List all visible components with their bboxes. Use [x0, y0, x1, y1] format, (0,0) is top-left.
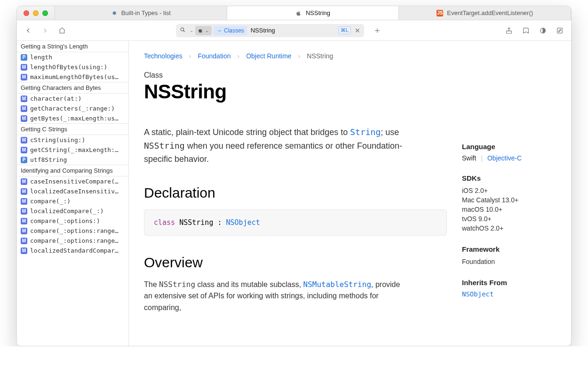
tab-label: EventTarget.addEventListener() [447, 9, 533, 16]
nsmutablestring-link[interactable]: NSMutableString [303, 280, 372, 289]
sidebar-item[interactable]: MgetBytes(_:maxLength:us… [17, 113, 128, 123]
method-badge-icon: M [21, 238, 27, 244]
close-window-button[interactable] [24, 10, 29, 16]
app-window: ⊕ Built-in Types - list NSString JS Even… [16, 6, 572, 346]
sidebar-item-label: getCharacters(_:range:) [30, 105, 115, 112]
language-switcher: Swift | Objective-C [462, 154, 556, 162]
platform-pill[interactable]: ⌄ [195, 26, 212, 35]
aside-sdks-heading: SDKs [462, 174, 556, 182]
declaration-codeblock: class NSString : NSObject [144, 209, 447, 236]
sidebar-item[interactable]: Mcharacter(at:) [17, 94, 128, 104]
edit-button[interactable] [553, 24, 566, 37]
crumb-object-runtime[interactable]: Object Runtime [246, 52, 291, 60]
sidebar-item[interactable]: Mcompare(_:) [17, 196, 128, 206]
bookmarks-button[interactable] [519, 24, 532, 37]
inherits-nsobject-link[interactable]: NSObject [462, 290, 493, 298]
sdk-item: iOS 2.0+ [462, 186, 556, 195]
sidebar-item[interactable]: McString(using:) [17, 135, 128, 145]
back-button[interactable] [22, 24, 35, 37]
nsobject-link[interactable]: NSObject [226, 218, 260, 227]
urlbar-shortcut: ⌘L [338, 26, 351, 34]
property-badge-icon: P [21, 157, 27, 163]
urlbar-title: NSString [249, 27, 275, 34]
tab-python[interactable]: ⊕ Built-in Types - list [55, 6, 227, 20]
sidebar-item[interactable]: MlocalizedStandardCompar… [17, 246, 128, 255]
sidebar-section-title: Getting Characters and Bytes [17, 82, 128, 94]
sidebar-item[interactable]: MmaximumLengthOfBytes(us… [17, 72, 128, 82]
apple-icon [295, 10, 302, 16]
aside-language-heading: Language [462, 143, 556, 151]
eyebrow-label: Class [144, 71, 447, 80]
sidebar-item[interactable]: Putf8String [17, 155, 128, 165]
sidebar-item-label: localizedCaseInsensitiv… [30, 188, 119, 195]
overview-paragraph: The NSString class and its mutable subcl… [144, 279, 407, 314]
titlebar: ⊕ Built-in Types - list NSString JS Even… [17, 6, 571, 20]
svg-point-0 [181, 28, 184, 31]
sdks-list: iOS 2.0+Mac Catalyst 13.0+macOS 10.0+tvO… [462, 186, 556, 233]
chevron-right-icon: › [237, 52, 239, 60]
sidebar-item-label: getCString(_:maxLength:… [30, 146, 119, 153]
classes-pill[interactable]: → Classes [214, 26, 247, 35]
pill-label: Classes [224, 27, 244, 34]
sidebar-section-title: Getting a String's Length [17, 41, 128, 52]
method-badge-icon: M [21, 96, 27, 102]
svg-line-1 [183, 30, 185, 32]
sidebar-item[interactable]: MgetCString(_:maxLength:… [17, 145, 128, 155]
sidebar-item-label: compare(_:options:range… [30, 237, 119, 244]
crumb-technologies[interactable]: Technologies [144, 52, 183, 60]
sidebar-item-label: caseInsensitiveCompare(… [30, 178, 119, 185]
tab-label: NSString [306, 9, 330, 16]
method-badge-icon: M [21, 247, 27, 254]
aside-framework-heading: Framework [462, 245, 556, 253]
sidebar-item-label: compare(_:options:range… [30, 227, 119, 234]
sidebar-item-label: cString(using:) [30, 136, 85, 144]
sidebar-item[interactable]: Mcompare(_:options:range… [17, 226, 128, 236]
tab-mdn[interactable]: JS EventTarget.addEventListener() [399, 6, 571, 20]
home-button[interactable] [56, 24, 69, 37]
crumb-current: NSString [307, 52, 333, 60]
zoom-window-button[interactable] [42, 10, 48, 16]
sidebar-item[interactable]: MlocalizedCompare(_:) [17, 206, 128, 216]
sidebar-item[interactable]: MlocalizedCaseInsensitiv… [17, 186, 128, 196]
tab-nsstring[interactable]: NSString [227, 6, 399, 20]
sidebar-item[interactable]: McaseInsensitiveCompare(… [17, 176, 128, 186]
method-badge-icon: M [21, 178, 27, 185]
method-badge-icon: M [21, 137, 27, 144]
lang-objc-link[interactable]: Objective-C [487, 154, 522, 162]
sidebar-item-label: localizedCompare(_:) [30, 207, 104, 215]
method-badge-icon: M [21, 228, 27, 234]
sdk-item: watchOS 2.0+ [462, 223, 556, 233]
crumb-foundation[interactable]: Foundation [198, 52, 230, 60]
search-icon [178, 27, 188, 34]
sidebar-item[interactable]: Mcompare(_:options:range… [17, 236, 128, 246]
sidebar-item-label: maximumLengthOfBytes(us… [30, 73, 119, 80]
breadcrumb: Technologies › Foundation › Object Runti… [144, 52, 447, 60]
clear-url-button[interactable]: ✕ [353, 27, 362, 34]
method-badge-icon: M [21, 64, 27, 71]
share-button[interactable] [502, 24, 516, 37]
sidebar-item[interactable]: MlengthOfBytes(using:) [17, 62, 128, 72]
lang-swift-current: Swift [462, 154, 476, 162]
sidebar-item-label: compare(_:) [30, 198, 71, 205]
sdk-item: Mac Catalyst 13.0+ [462, 195, 556, 205]
forward-button[interactable] [39, 24, 52, 37]
sidebar-item[interactable]: Mcompare(_:options:) [17, 216, 128, 226]
section-declaration: Declaration [144, 185, 447, 201]
sidebar-item-label: getBytes(_:maxLength:us… [30, 115, 119, 122]
sidebar-item[interactable]: Plength [17, 52, 128, 62]
framework-list: Foundation [462, 257, 556, 266]
new-tab-button[interactable] [371, 24, 384, 37]
sidebar-item[interactable]: MgetCharacters(_:range:) [17, 104, 128, 113]
url-bar[interactable]: ⌄ ⌄ → Classes NSString ⌘L ✕ [176, 24, 364, 37]
string-type-link[interactable]: String [350, 128, 381, 137]
tab-label: Built-in Types - list [121, 9, 171, 16]
sidebar-item-label: localizedStandardCompar… [30, 247, 119, 254]
sdk-item: macOS 10.0+ [462, 205, 556, 214]
sidebar-item-label: compare(_:options:) [30, 217, 100, 224]
python-icon: ⊕ [111, 10, 118, 16]
method-badge-icon: M [21, 218, 27, 224]
appearance-button[interactable] [536, 24, 549, 37]
method-badge-icon: M [21, 198, 27, 205]
minimize-window-button[interactable] [33, 10, 39, 16]
sidebar[interactable]: Getting a String's LengthPlengthMlengthO… [17, 41, 129, 346]
